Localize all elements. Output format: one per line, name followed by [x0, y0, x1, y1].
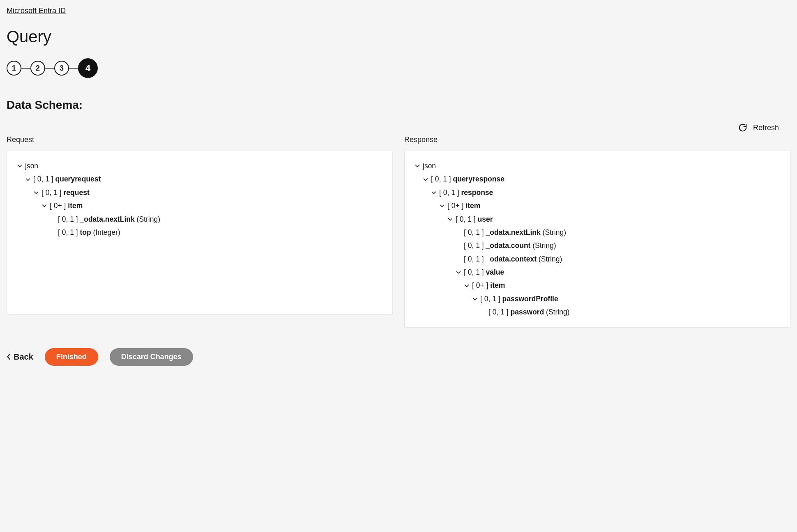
- tree-node-label: json: [25, 159, 38, 172]
- step-1[interactable]: 1: [7, 61, 21, 76]
- schema-grid: Request json [ 0, 1 ] queryrequest [ 0, …: [7, 135, 790, 328]
- back-button[interactable]: Back: [7, 352, 33, 362]
- step-4[interactable]: 4: [78, 58, 98, 78]
- step-2[interactable]: 2: [30, 61, 45, 76]
- chevron-left-icon: [7, 353, 11, 360]
- tree-node-label: [ 0, 1 ] _odata.context (String): [464, 252, 562, 266]
- toolbar: Refresh: [7, 123, 790, 132]
- tree-row[interactable]: [ 0, 1 ] _odata.count (String): [414, 239, 781, 252]
- tree-node-label: [ 0, 1 ] request: [41, 186, 90, 199]
- response-header: Response: [404, 135, 790, 144]
- chevron-down-icon[interactable]: [455, 268, 462, 276]
- tree-row[interactable]: [ 0, 1 ] _odata.nextLink (String): [16, 213, 383, 226]
- tree-row[interactable]: [ 0, 1 ] value: [414, 266, 781, 279]
- chevron-down-icon[interactable]: [430, 189, 438, 196]
- tree-row[interactable]: json: [16, 159, 383, 172]
- chevron-down-icon[interactable]: [438, 202, 446, 209]
- tree-row[interactable]: [ 0, 1 ] queryresponse: [414, 172, 781, 186]
- tree-row[interactable]: [ 0+ ] item: [16, 199, 383, 212]
- tree-row[interactable]: [ 0, 1 ] passwordProfile: [414, 292, 781, 305]
- chevron-down-icon[interactable]: [24, 176, 32, 183]
- step-connector: [21, 68, 30, 69]
- refresh-icon: [738, 123, 747, 132]
- breadcrumb: Microsoft Entra ID: [7, 7, 790, 15]
- chevron-down-icon[interactable]: [471, 295, 479, 303]
- tree-row[interactable]: [ 0, 1 ] _odata.context (String): [414, 252, 781, 266]
- request-header: Request: [7, 135, 393, 144]
- chevron-down-icon[interactable]: [463, 282, 470, 289]
- tree-row[interactable]: [ 0, 1 ] queryrequest: [16, 172, 383, 186]
- chevron-down-icon[interactable]: [16, 162, 23, 170]
- tree-node-label: [ 0, 1 ] password (String): [488, 305, 569, 319]
- step-connector: [69, 68, 78, 69]
- section-title: Data Schema:: [7, 99, 790, 112]
- tree-row[interactable]: [ 0+ ] item: [414, 199, 781, 212]
- tree-node-label: [ 0, 1 ] response: [439, 186, 493, 199]
- tree-row[interactable]: [ 0, 1 ] user: [414, 213, 781, 226]
- step-3[interactable]: 3: [54, 61, 69, 76]
- discard-changes-button[interactable]: Discard Changes: [110, 348, 193, 366]
- tree-node-label: json: [423, 159, 436, 172]
- tree-row[interactable]: json: [414, 159, 781, 172]
- step-connector: [45, 68, 54, 69]
- finished-button[interactable]: Finished: [45, 348, 98, 366]
- schema-column-request: Request json [ 0, 1 ] queryrequest [ 0, …: [7, 135, 393, 328]
- chevron-down-icon[interactable]: [32, 189, 40, 196]
- tree-node-label: [ 0, 1 ] _odata.nextLink (String): [464, 226, 566, 239]
- tree-node-label: [ 0, 1 ] _odata.nextLink (String): [58, 213, 160, 226]
- page-title: Query: [7, 28, 790, 46]
- tree-node-label: [ 0, 1 ] top (Integer): [58, 226, 120, 239]
- chevron-down-icon[interactable]: [41, 202, 48, 209]
- tree-row[interactable]: [ 0, 1 ] _odata.nextLink (String): [414, 226, 781, 239]
- refresh-button[interactable]: Refresh: [738, 123, 779, 132]
- response-panel: json [ 0, 1 ] queryresponse [ 0, 1 ] res…: [404, 151, 790, 328]
- schema-column-response: Response json [ 0, 1 ] queryresponse [ 0…: [404, 135, 790, 328]
- request-panel: json [ 0, 1 ] queryrequest [ 0, 1 ] requ…: [7, 151, 393, 315]
- tree-node-label: [ 0+ ] item: [50, 199, 83, 212]
- tree-node-label: [ 0, 1 ] _odata.count (String): [464, 239, 556, 252]
- chevron-down-icon[interactable]: [447, 216, 454, 223]
- tree-row[interactable]: [ 0, 1 ] password (String): [414, 305, 781, 319]
- tree-row[interactable]: [ 0, 1 ] top (Integer): [16, 226, 383, 239]
- tree-row[interactable]: [ 0+ ] item: [414, 279, 781, 292]
- chevron-down-icon[interactable]: [414, 162, 421, 170]
- tree-node-label: [ 0, 1 ] user: [456, 213, 493, 226]
- back-label: Back: [14, 352, 33, 362]
- footer-actions: Back Finished Discard Changes: [7, 348, 790, 366]
- tree-node-label: [ 0, 1 ] queryrequest: [33, 172, 101, 186]
- tree-node-label: [ 0+ ] item: [447, 199, 480, 212]
- stepper: 1234: [7, 58, 790, 78]
- chevron-down-icon[interactable]: [422, 176, 429, 183]
- tree-node-label: [ 0, 1 ] value: [464, 266, 504, 279]
- tree-row[interactable]: [ 0, 1 ] response: [414, 186, 781, 199]
- breadcrumb-link[interactable]: Microsoft Entra ID: [7, 7, 66, 15]
- tree-node-label: [ 0, 1 ] passwordProfile: [480, 292, 558, 305]
- refresh-label: Refresh: [753, 124, 779, 132]
- tree-node-label: [ 0, 1 ] queryresponse: [431, 172, 504, 186]
- tree-node-label: [ 0+ ] item: [472, 279, 505, 292]
- tree-row[interactable]: [ 0, 1 ] request: [16, 186, 383, 199]
